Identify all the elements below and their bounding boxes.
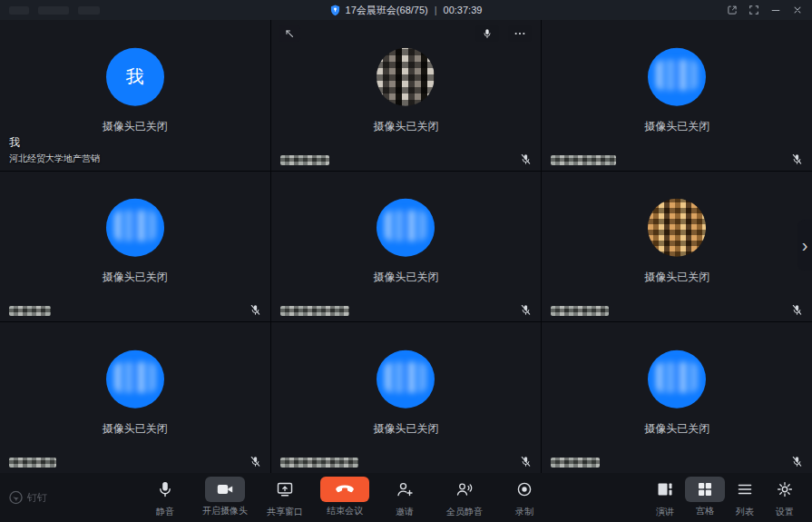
end-meeting-button[interactable]: 结束会议	[315, 476, 375, 518]
tile-expand-button[interactable]	[279, 25, 300, 42]
video-tile-1[interactable]: 我 摄像头已关闭 我河北经贸大学地产营销	[0, 20, 270, 171]
camera-icon	[205, 477, 245, 502]
video-tile-6[interactable]: 摄像头已关闭	[542, 172, 812, 322]
mic-muted-icon	[249, 304, 261, 316]
mic-icon	[156, 476, 174, 503]
toolbar-button-label: 共享窗口	[267, 506, 303, 518]
mic-icon	[482, 28, 493, 39]
toolbar-main-buttons: 静音开启摄像头共享窗口结束会议邀请全员静音录制	[135, 476, 554, 518]
title-separator: |	[435, 5, 437, 15]
censored-text	[9, 6, 29, 15]
grid-view-icon	[685, 477, 725, 502]
titlebar-censored-area	[9, 0, 100, 20]
mic-muted-icon	[791, 456, 803, 468]
censored-text	[78, 6, 100, 15]
close-button[interactable]	[788, 2, 807, 18]
record-icon	[515, 476, 533, 503]
mute-button[interactable]: 静音	[135, 476, 195, 518]
participant-avatar	[106, 199, 164, 257]
mic-muted-icon	[520, 456, 532, 468]
nameplate	[280, 306, 349, 316]
list-view-button[interactable]: 列表	[725, 476, 765, 518]
meeting-timer: 00:37:39	[444, 5, 483, 15]
tile-mic-button[interactable]	[475, 25, 499, 42]
nameplate: 我河北经贸大学地产营销	[9, 135, 100, 165]
speaker-view-button[interactable]: 演讲	[645, 476, 685, 518]
participant-avatar	[648, 350, 706, 409]
toolbar-button-label: 静音	[156, 506, 174, 518]
video-tile-7[interactable]: 摄像头已关闭	[0, 322, 270, 473]
video-tile-9[interactable]: 摄像头已关闭	[542, 322, 812, 473]
dingtalk-logo-text: 钉钉	[27, 491, 47, 505]
record-button[interactable]: 录制	[494, 476, 554, 518]
list-view-icon	[736, 476, 754, 503]
next-page-button[interactable]: ›	[797, 220, 812, 271]
toolbar-button-label: 全员静音	[446, 506, 483, 518]
video-tile-4[interactable]: 摄像头已关闭	[0, 172, 270, 322]
camera-off-status: 摄像头已关闭	[373, 270, 438, 285]
camera-off-status: 摄像头已关闭	[103, 119, 168, 134]
toolbar-button-label: 宫格	[696, 505, 714, 517]
camera-off-status: 摄像头已关闭	[644, 119, 709, 134]
participant-name-censored	[9, 458, 56, 468]
dingtalk-logo: 钉钉	[9, 491, 47, 505]
toolbar-button-label: 演讲	[656, 506, 674, 518]
invite-button[interactable]: 邀请	[375, 476, 435, 518]
settings-button[interactable]: 设置	[765, 476, 805, 518]
participant-name-censored	[280, 458, 358, 468]
participant-avatar	[106, 350, 164, 409]
participant-avatar	[648, 48, 706, 106]
video-tile-3[interactable]: 摄像头已关闭	[542, 20, 812, 171]
tile-more-button[interactable]	[508, 25, 532, 42]
participant-name-censored	[280, 306, 349, 316]
participant-avatar	[648, 199, 706, 257]
more-icon	[514, 28, 525, 39]
grid-view-button[interactable]: 宫格	[685, 476, 725, 518]
participant-name-censored	[280, 155, 329, 165]
censored-text	[38, 6, 69, 15]
mute-all-button[interactable]: 全员静音	[435, 476, 494, 518]
video-grid: 我 摄像头已关闭 我河北经贸大学地产营销	[0, 20, 812, 473]
mic-muted-icon	[791, 153, 803, 165]
chevron-right-icon: ›	[802, 236, 808, 254]
video-tile-5[interactable]: 摄像头已关闭	[271, 172, 542, 322]
fullscreen-button[interactable]	[745, 2, 763, 18]
nameplate	[9, 458, 56, 468]
toolbar-button-label: 录制	[515, 506, 533, 518]
participant-avatar	[377, 48, 435, 106]
participant-avatar	[377, 350, 435, 409]
nameplate	[551, 458, 600, 468]
toolbar-view-buttons: 演讲宫格列表设置	[645, 476, 805, 518]
video-tile-8[interactable]: 摄像头已关闭	[271, 322, 542, 473]
nameplate	[280, 458, 358, 468]
meeting-window: 17会晨班会(68/75) | 00:37:39 我 摄像头已关闭 我河北经贸大…	[0, 0, 812, 522]
avatar-text: 我	[126, 64, 144, 89]
share-icon	[276, 476, 294, 503]
camera-off-status: 摄像头已关闭	[373, 421, 438, 437]
toolbar-button-label: 结束会议	[327, 505, 363, 517]
minimize-button[interactable]	[767, 2, 785, 18]
camera-off-status: 摄像头已关闭	[373, 119, 438, 134]
titlebar: 17会晨班会(68/75) | 00:37:39	[0, 0, 812, 20]
mic-muted-icon	[249, 456, 261, 468]
nameplate	[551, 155, 616, 165]
mic-muted-icon	[520, 153, 532, 165]
nameplate	[280, 155, 329, 165]
camera-off-status: 摄像头已关闭	[103, 421, 168, 437]
participant-name: 我	[9, 135, 100, 151]
tile-controls-top	[475, 25, 532, 42]
pip-button[interactable]	[723, 2, 741, 18]
invite-icon	[396, 476, 414, 503]
video-tile-2[interactable]: 摄像头已关闭	[271, 20, 542, 171]
window-controls	[723, 0, 807, 20]
share-window-button[interactable]: 共享窗口	[255, 476, 315, 518]
participant-name-censored	[551, 306, 609, 316]
meeting-title: 17会晨班会(68/75)	[346, 4, 428, 17]
nameplate	[9, 306, 51, 316]
security-shield-icon	[330, 5, 340, 16]
dingtalk-logo-icon	[9, 491, 23, 505]
participant-name-censored	[551, 155, 616, 165]
camera-off-status: 摄像头已关闭	[644, 270, 709, 285]
participant-name-censored	[551, 458, 600, 468]
camera-button[interactable]: 开启摄像头	[195, 476, 255, 518]
